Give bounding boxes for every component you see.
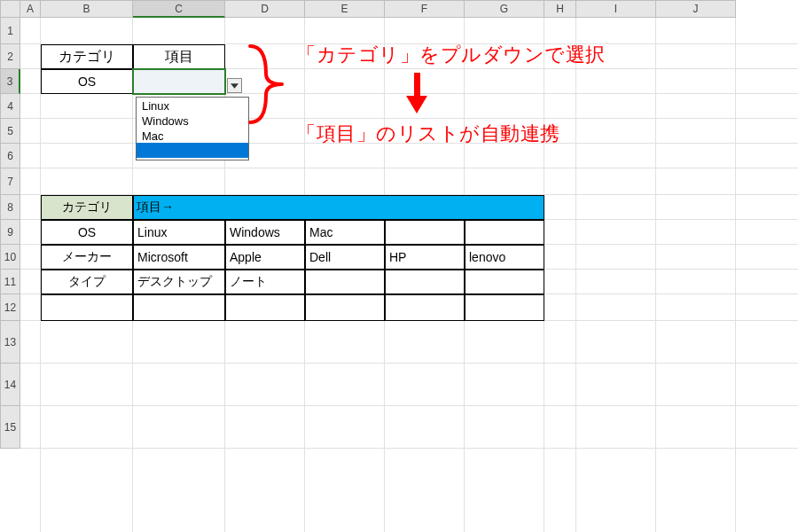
cell-F10[interactable]: HP — [385, 245, 465, 270]
cell-C2-header-item: 項目 — [133, 44, 225, 69]
svg-rect-0 — [414, 73, 420, 98]
cell-G11[interactable] — [465, 270, 544, 294]
col-header-F[interactable]: F — [385, 0, 465, 18]
cell-D11[interactable]: ノート — [225, 270, 305, 294]
chevron-down-icon — [231, 83, 239, 89]
cell-B2-header-category: カテゴリ — [41, 44, 133, 69]
cell-B8-header-category: カテゴリ — [41, 195, 133, 220]
col-header-I[interactable]: I — [576, 0, 656, 18]
cell-F12[interactable] — [385, 294, 465, 321]
row-header-14[interactable]: 14 — [0, 364, 20, 406]
dropdown-button[interactable] — [227, 78, 242, 93]
cell-C11[interactable]: デスクトップ — [133, 270, 225, 294]
select-all-corner[interactable] — [0, 0, 20, 18]
row-header-3[interactable]: 3 — [0, 69, 20, 94]
row-header-8[interactable]: 8 — [0, 195, 20, 220]
row-header-13[interactable]: 13 — [0, 321, 20, 364]
lower-table-divider — [132, 195, 134, 321]
dropdown-option-2[interactable]: Mac — [137, 128, 248, 143]
col-header-G[interactable]: G — [465, 0, 544, 18]
col-header-E[interactable]: E — [305, 0, 385, 18]
row-headers: 123456789101112131415 — [0, 18, 20, 449]
cell-F9[interactable] — [385, 220, 465, 245]
down-arrow-icon — [406, 73, 427, 116]
dropdown-list[interactable]: LinuxWindowsMac — [136, 97, 249, 160]
cell-F11[interactable] — [385, 270, 465, 294]
brace-annotation — [246, 44, 284, 127]
col-header-J[interactable]: J — [656, 0, 736, 18]
row-header-15[interactable]: 15 — [0, 406, 20, 449]
row-header-4[interactable]: 4 — [0, 94, 20, 119]
annotation-line-2: 「項目」のリストが自動連携 — [296, 121, 793, 144]
cell-D12[interactable] — [225, 294, 305, 321]
cell-G10[interactable]: lenovo — [465, 245, 544, 270]
cell-E11[interactable] — [305, 270, 385, 294]
row-header-9[interactable]: 9 — [0, 220, 20, 245]
cell-B10-category[interactable]: メーカー — [41, 245, 133, 270]
cell-B3-value-category[interactable]: OS — [41, 69, 133, 94]
cell-C12[interactable] — [133, 294, 225, 321]
row-header-1[interactable]: 1 — [0, 18, 20, 44]
svg-marker-1 — [406, 96, 427, 113]
row-header-6[interactable]: 6 — [0, 144, 20, 168]
cell-D9[interactable]: Windows — [225, 220, 305, 245]
cell-C10[interactable]: Microsoft — [133, 245, 225, 270]
col-header-H[interactable]: H — [544, 0, 576, 18]
cell-C8-header-items: 項目→ — [133, 195, 544, 220]
spreadsheet-sheet: ABCDEFGHIJ 123456789101112131415 カテゴリ項目O… — [0, 0, 798, 532]
cell-C3-selected[interactable] — [132, 68, 226, 95]
cell-D10[interactable]: Apple — [225, 245, 305, 270]
row-header-10[interactable]: 10 — [0, 245, 20, 270]
dropdown-option-0[interactable]: Linux — [137, 98, 248, 113]
cell-E10[interactable]: Dell — [305, 245, 385, 270]
cell-C9[interactable]: Linux — [133, 220, 225, 245]
row-header-11[interactable]: 11 — [0, 270, 20, 294]
row-header-2[interactable]: 2 — [0, 44, 20, 69]
cell-B9-category[interactable]: OS — [41, 220, 133, 245]
col-header-C[interactable]: C — [133, 0, 225, 18]
column-headers: ABCDEFGHIJ — [0, 0, 736, 18]
col-header-D[interactable]: D — [225, 0, 305, 18]
cell-B12-category[interactable] — [41, 294, 133, 321]
cell-B11-category[interactable]: タイプ — [41, 270, 133, 294]
cell-G9[interactable] — [465, 220, 544, 245]
cell-E9[interactable]: Mac — [305, 220, 385, 245]
row-header-5[interactable]: 5 — [0, 119, 20, 144]
annotation-line-1: 「カテゴリ」をプルダウンで選択 — [296, 42, 793, 65]
row-header-7[interactable]: 7 — [0, 168, 20, 195]
cell-E12[interactable] — [305, 294, 385, 321]
row-header-12[interactable]: 12 — [0, 294, 20, 321]
dropdown-option-3[interactable] — [137, 143, 248, 158]
col-header-B[interactable]: B — [41, 0, 133, 18]
dropdown-option-1[interactable]: Windows — [137, 113, 248, 128]
cell-G12[interactable] — [465, 294, 544, 321]
col-header-A[interactable]: A — [20, 0, 41, 18]
